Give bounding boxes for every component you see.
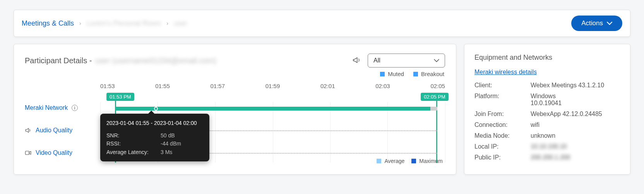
breadcrumb-extra: user — [174, 19, 187, 28]
legend-muted: Muted — [380, 71, 404, 77]
video-icon — [25, 149, 32, 156]
tooltip-latency-label: Average Latency: — [106, 148, 161, 157]
row-audio-label: Audio Quality — [36, 127, 72, 134]
client-value: Webex Meetings 43.1.2.10 — [531, 82, 604, 89]
chevron-right-icon: › — [79, 20, 81, 26]
chevron-down-icon — [607, 22, 612, 25]
row-video[interactable]: Video Quality — [25, 142, 100, 164]
tooltip-latency-value: 3 Ms — [161, 148, 172, 157]
connection-value: wifi — [531, 121, 540, 128]
hover-tooltip: 2023-01-04 01:55 - 2023-01-04 02:00 SNR:… — [100, 114, 209, 161]
header-bar: Meetings & Calls › Lorem's Personal Room… — [14, 10, 630, 37]
tooltip-rssi-label: RSSI: — [106, 140, 161, 148]
equipment-networks-card: Equipment and Networks Meraki wireless d… — [464, 44, 630, 175]
x-tick: 02:03 — [375, 83, 390, 93]
x-tick: 01:53 — [100, 83, 115, 93]
meraki-details-link[interactable]: Meraki wireless details — [474, 69, 537, 76]
side-title: Equipment and Networks — [474, 54, 620, 62]
start-time-badge: 01:53 PM — [106, 93, 134, 101]
tooltip-snr-value: 50 dB — [161, 132, 175, 140]
x-tick: 01:59 — [265, 83, 280, 93]
end-time-badge: 02:05 PM — [421, 93, 449, 101]
x-axis: 01:53 01:55 01:57 01:59 02:01 02:03 02:0… — [100, 83, 445, 93]
row-video-label: Video Quality — [36, 149, 72, 156]
meraki-track[interactable] — [115, 107, 437, 111]
breadcrumb: Meetings & Calls › Lorem's Personal Room… — [22, 19, 187, 28]
card-title: Participant Details - user (username0123… — [25, 56, 347, 65]
breadcrumb-root[interactable]: Meetings & Calls — [22, 19, 74, 28]
tooltip-range: 2023-01-04 01:55 - 2023-01-04 02:00 — [106, 119, 203, 128]
hover-marker — [154, 107, 158, 111]
svg-rect-0 — [26, 151, 29, 155]
platform-label: Platform: — [474, 93, 531, 107]
actions-label: Actions — [581, 19, 603, 27]
x-tick: 01:57 — [210, 83, 225, 93]
client-label: Client: — [474, 82, 531, 89]
legend-top: Muted Breakout — [25, 71, 444, 77]
x-tick: 02:01 — [320, 83, 335, 93]
connection-label: Connection: — [474, 121, 531, 128]
timeline-chart[interactable]: 01:53 01:55 01:57 01:59 02:01 02:03 02:0… — [100, 83, 445, 164]
tooltip-snr-label: SNR: — [106, 132, 161, 140]
localip-label: Local IP: — [474, 143, 531, 150]
localip-value: 10.10.100.10 — [531, 143, 567, 150]
breadcrumb-room[interactable]: Lorem's Personal Room — [87, 19, 161, 28]
chevron-right-icon: › — [166, 20, 168, 26]
meraki-track-unknown-segment — [430, 107, 437, 111]
row-labels: Meraki Network i Audio Quality Video Qua… — [25, 83, 100, 164]
legend-bottom: Average Maximum — [377, 158, 443, 164]
publicip-value: 200.200.1.200 — [531, 154, 570, 161]
legend-breakout: Breakout — [413, 71, 444, 77]
joinfrom-label: Join From: — [474, 111, 531, 118]
speaker-icon — [25, 127, 32, 134]
participant-details-card: Participant Details - user (username0123… — [14, 44, 456, 175]
platform-value: Windows10.0.19041 — [531, 93, 562, 107]
row-meraki-label: Meraki Network — [25, 104, 68, 111]
filter-value: All — [373, 57, 380, 64]
medianode-value: unknown — [531, 132, 555, 139]
legend-average: Average — [377, 158, 404, 164]
row-meraki[interactable]: Meraki Network i — [25, 97, 100, 119]
x-tick: 02:05 — [430, 83, 445, 93]
tooltip-rssi-value: -44 dBm — [161, 140, 181, 148]
medianode-label: Media Node: — [474, 132, 531, 139]
publicip-label: Public IP: — [474, 154, 531, 161]
joinfrom-value: WebexApp 42.12.0.24485 — [531, 111, 602, 118]
x-tick: 01:55 — [155, 83, 170, 93]
filter-select[interactable]: All — [368, 54, 445, 68]
title-prefix: Participant Details - — [25, 56, 92, 65]
info-icon[interactable]: i — [72, 105, 78, 111]
chevron-down-icon — [434, 59, 439, 62]
title-redacted: user (username01234@email.com) — [95, 56, 216, 65]
legend-maximum: Maximum — [411, 158, 443, 164]
megaphone-icon[interactable] — [352, 56, 361, 66]
row-audio[interactable]: Audio Quality — [25, 119, 100, 142]
actions-button[interactable]: Actions — [571, 16, 622, 31]
